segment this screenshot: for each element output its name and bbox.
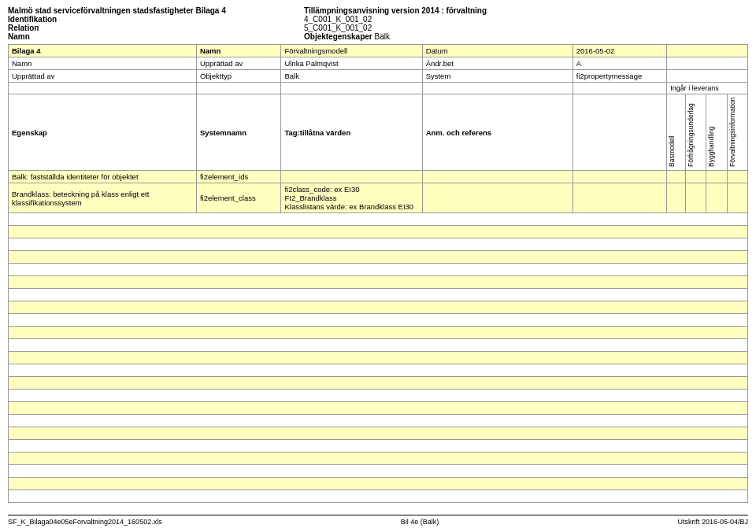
- cell-empty-mid4: [573, 83, 666, 94]
- cell-datum-label: Datum: [422, 45, 573, 57]
- table-row: [9, 465, 748, 478]
- cell-empty-g2: [706, 183, 727, 213]
- cell-system-label: System: [422, 70, 573, 83]
- table-row: [9, 402, 748, 415]
- footer-center: Bil 4e (Balk): [401, 518, 439, 526]
- cell-empty-anm2: [422, 183, 573, 213]
- table-row: Brandklass: beteckning på klass enligt e…: [9, 183, 748, 213]
- cell-empty-e1: [573, 171, 666, 183]
- cell-empty-h1: [727, 171, 747, 183]
- table-row: [9, 377, 748, 390]
- table-row: [9, 440, 748, 453]
- footer: SF_K_Bilaga04e05eForvaltning2014_160502.…: [8, 515, 748, 526]
- footer-left: SF_K_Bilaga04e05eForvaltning2014_160502.…: [8, 518, 162, 526]
- relation-label: Relation: [8, 24, 304, 32]
- cell-tag-header: Tag:tillåtna värden: [281, 94, 422, 171]
- header-section: Malmö stad serviceförvaltningen stadsfas…: [8, 6, 748, 41]
- table-row: [9, 339, 748, 352]
- tag-line2: FI2_Brandklass: [284, 194, 418, 202]
- cell-empty-anm1: [422, 171, 573, 183]
- cell-objekttyp: Objekttyp: [196, 70, 281, 83]
- table-row: Ingår i leverans: [9, 83, 748, 94]
- cell-empty-1: [667, 45, 748, 57]
- cell-datum-val: 2016-05-02: [573, 45, 666, 57]
- cell-empty-b1: [667, 171, 686, 183]
- cell-empty-mid3: [422, 83, 573, 94]
- header-left: Malmö stad serviceförvaltningen stadsfas…: [8, 6, 304, 41]
- table-row: [9, 478, 748, 490]
- table-row: [9, 364, 748, 377]
- table-row: [9, 251, 748, 264]
- cell-forvaltningsmodell: Förvaltningsmodell: [281, 45, 422, 57]
- balk-value: Balk: [375, 32, 390, 41]
- table-row: [9, 238, 748, 251]
- cell-upprattat-av-2: Upprättad av: [9, 70, 197, 83]
- cell-andr-label: Ändr.bet: [422, 57, 573, 70]
- table-row: [9, 390, 748, 402]
- table-row: [9, 415, 748, 427]
- table-row-header: Egenskap Systemnamn Tag:tillåtna värden …: [9, 94, 748, 171]
- subtitle-right-2: 5_C001_K_001_02: [304, 24, 711, 32]
- cell-palmqvist: Ulrika Palmqvist: [281, 57, 422, 70]
- namn-label: Namn: [8, 32, 304, 41]
- cell-fi2prop: fi2propertymessage: [573, 70, 666, 83]
- table-row: [9, 427, 748, 440]
- table-row: [9, 276, 748, 289]
- table-row: [9, 301, 748, 314]
- table-row: Bilaga 4 Namn Förvaltningsmodell Datum 2…: [9, 45, 748, 57]
- cell-fi2element-class: fi2element_class: [196, 183, 281, 213]
- table-row: [9, 213, 748, 226]
- title-right: Tillämpningsanvisning version 2014 : för…: [304, 6, 711, 15]
- header-right: Tillämpningsanvisning version 2014 : för…: [304, 6, 711, 41]
- cell-systemnamn-header: Systemnamn: [196, 94, 281, 171]
- cell-upprattat-av: Upprättad av: [196, 57, 281, 70]
- cell-empty-left: [9, 83, 197, 94]
- cell-brandklass-label: Brandklass: beteckning på klass enligt e…: [9, 183, 197, 213]
- table-row: [9, 453, 748, 465]
- identifikation-label: Identifikation: [8, 15, 304, 24]
- cell-empty-g1: [706, 171, 727, 183]
- cell-egenskap-header: Egenskap: [9, 94, 197, 171]
- cell-andr-val: A: [573, 57, 666, 70]
- cell-empty-mid2: [281, 83, 422, 94]
- tag-line1: fi2class_code: ex EI30: [284, 185, 418, 194]
- cell-namn: Namn: [9, 57, 197, 70]
- cell-empty-2: [667, 57, 748, 70]
- objektegenskaper-label: Objektegenskaper: [304, 32, 372, 41]
- table-row: [9, 314, 748, 327]
- subtitle-right-1: 4_C001_K_001_02: [304, 15, 711, 24]
- cell-brandklass-tag: fi2class_code: ex EI30 FI2_Brandklass Kl…: [281, 183, 422, 213]
- table-row: [9, 490, 748, 503]
- cell-empty-mid: [196, 83, 281, 94]
- table-row: [9, 289, 748, 301]
- cell-empty-tag1: [281, 171, 422, 183]
- table-row: Upprättad av Objekttyp Balk System fi2pr…: [9, 70, 748, 83]
- tag-line3: Klasslistans värde: ex Brandklass EI30: [284, 202, 418, 211]
- table-row: [9, 226, 748, 238]
- cell-fi2element-ids: fi2element_ids: [196, 171, 281, 183]
- table-row: Namn Upprättad av Ulrika Palmqvist Ändr.…: [9, 57, 748, 70]
- table-row: Balk: fastställda identiteter för objekt…: [9, 171, 748, 183]
- cell-basmodell: Basmodell: [667, 94, 686, 171]
- cell-forfragan: Förfrågningsunderlag: [686, 94, 706, 171]
- table-row: [9, 327, 748, 339]
- cell-forvaltningsinfo: Förvaltningsinformation: [727, 94, 747, 171]
- cell-namn-header: Namn: [196, 45, 281, 57]
- cell-empty-3: [667, 70, 748, 83]
- table-row: [9, 264, 748, 276]
- cell-bygghandling: Bygghandling: [706, 94, 727, 171]
- page: Malmö stad serviceförvaltningen stadsfas…: [0, 0, 756, 532]
- cell-empty-f1: [686, 171, 706, 183]
- cell-empty-rot: [573, 94, 666, 171]
- cell-ingar-leverans: Ingår i leverans: [667, 83, 748, 94]
- footer-right: Utskrift 2016-05-04/BJ: [677, 518, 748, 526]
- cell-empty-h2: [727, 183, 747, 213]
- cell-balk-ids-label: Balk: fastställda identiteter för objekt…: [9, 171, 197, 183]
- title-left: Malmö stad serviceförvaltningen stadsfas…: [8, 6, 304, 15]
- cell-anm-header: Anm. och referens: [422, 94, 573, 171]
- content-table: Bilaga 4 Namn Förvaltningsmodell Datum 2…: [8, 44, 748, 503]
- cell-empty-b2: [667, 183, 686, 213]
- cell-balk: Balk: [281, 70, 422, 83]
- cell-empty-f2: [686, 183, 706, 213]
- cell-empty-e2: [573, 183, 666, 213]
